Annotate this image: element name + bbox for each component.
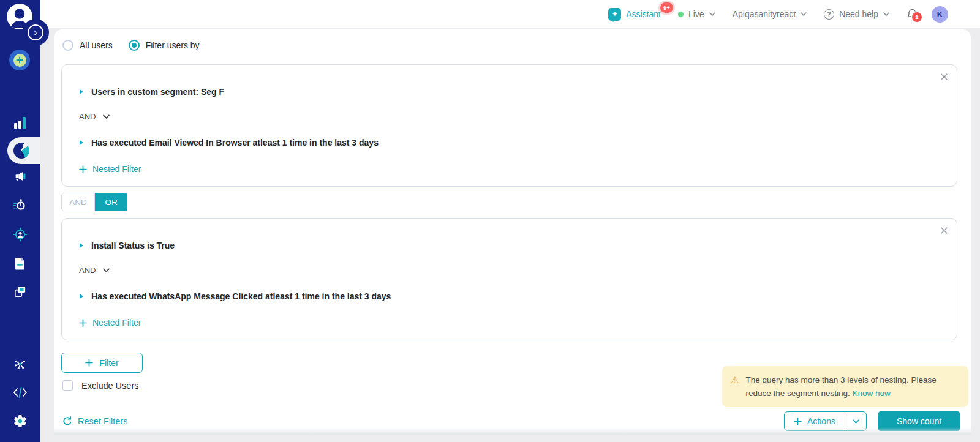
add-filter-button[interactable]: Filter xyxy=(61,353,143,373)
user-avatar[interactable]: K xyxy=(932,6,948,23)
exclude-users-checkbox[interactable] xyxy=(62,380,73,391)
app-screen: Assistant 9+ Live Apiqasanityreact Need … xyxy=(0,0,980,442)
plus-icon xyxy=(13,54,26,67)
filter-users-by-label: Filter users by xyxy=(146,40,200,50)
filter-condition-row[interactable]: Has executed WhatsApp Message Clicked at… xyxy=(79,291,391,301)
filter-condition-row[interactable]: Has executed Email Viewed In Browser atl… xyxy=(79,138,379,148)
actions-label: Actions xyxy=(807,416,835,426)
user-scope-radio-group: All users Filter users by xyxy=(62,40,200,51)
environment-label: Live xyxy=(688,9,704,19)
document-icon xyxy=(14,257,26,271)
radio-unselected-icon xyxy=(62,40,74,51)
assistant-count-badge: 9+ xyxy=(660,2,673,13)
show-count-button[interactable]: Show count xyxy=(878,411,960,431)
warning-icon xyxy=(731,373,739,400)
operator-dropdown[interactable]: AND xyxy=(79,266,110,275)
chevron-down-icon xyxy=(103,268,110,272)
filter-condition-row[interactable]: Users in custom segment: Seg F xyxy=(79,87,224,97)
chevron-down-icon xyxy=(853,419,859,424)
nested-filter-label: Nested Filter xyxy=(92,318,141,328)
filter-users-by-radio[interactable]: Filter users by xyxy=(129,40,200,51)
sidebar-item-journeys[interactable] xyxy=(13,198,27,212)
notification-count-badge: 1 xyxy=(911,11,923,23)
sidebar-item-audience[interactable] xyxy=(13,227,28,242)
code-icon xyxy=(13,387,28,398)
assistant-label: Assistant xyxy=(626,9,661,19)
reset-filters-label: Reset Filters xyxy=(78,416,127,426)
expand-sidebar-button[interactable] xyxy=(28,24,43,40)
connector-and-option[interactable]: AND xyxy=(61,193,95,211)
caret-right-icon xyxy=(79,89,84,95)
sidebar-item-settings[interactable] xyxy=(13,414,28,429)
need-help-menu[interactable]: Need help xyxy=(824,9,889,20)
caret-right-icon xyxy=(79,140,84,146)
caret-right-icon xyxy=(79,293,84,299)
live-status-dot xyxy=(678,12,684,17)
operator-value: AND xyxy=(79,112,96,121)
sidebar-item-templates[interactable] xyxy=(13,285,27,299)
nesting-warning-toast: The query has more than 3 levels of nest… xyxy=(722,366,968,407)
plus-icon xyxy=(85,359,93,367)
radio-selected-icon xyxy=(129,40,140,51)
condition-text: Has executed WhatsApp Message Clicked at… xyxy=(91,291,391,301)
hub-icon xyxy=(13,358,27,371)
sidebar-item-analytics[interactable] xyxy=(14,116,26,129)
sidebar-item-developer-api[interactable] xyxy=(13,387,28,398)
workspace-label: Apiqasanityreact xyxy=(733,9,796,19)
add-nested-filter-link[interactable]: Nested Filter xyxy=(79,164,141,174)
workspace-selector[interactable]: Apiqasanityreact xyxy=(733,9,807,19)
chevron-down-icon xyxy=(709,12,715,16)
all-users-radio[interactable]: All users xyxy=(62,40,113,51)
environment-selector[interactable]: Live xyxy=(678,9,715,19)
close-icon[interactable] xyxy=(939,225,949,238)
know-how-link[interactable]: Know how xyxy=(853,389,891,398)
nested-filter-label: Nested Filter xyxy=(92,164,141,174)
sidebar-nav xyxy=(0,0,40,442)
gear-icon xyxy=(13,414,28,429)
chevron-down-icon xyxy=(883,12,889,16)
stopwatch-icon xyxy=(13,198,27,212)
group-connector-toggle: AND OR xyxy=(61,193,127,211)
plus-icon xyxy=(794,418,802,425)
toast-message: The query has more than 3 levels of nest… xyxy=(745,373,960,400)
condition-text: Install Status is True xyxy=(91,241,175,250)
exclude-users-option: Exclude Users xyxy=(62,380,138,391)
sidebar-item-content[interactable] xyxy=(14,257,26,271)
connector-or-option[interactable]: OR xyxy=(95,193,127,211)
notifications-button[interactable]: 1 xyxy=(907,8,918,21)
sidebar-item-campaigns[interactable] xyxy=(13,170,27,183)
actions-dropdown-button[interactable] xyxy=(845,412,866,430)
need-help-label: Need help xyxy=(839,9,878,19)
main-panel: All users Filter users by Users in custo… xyxy=(54,29,971,435)
actions-button[interactable]: Actions xyxy=(785,412,845,430)
condition-text: Has executed Email Viewed In Browser atl… xyxy=(91,138,379,148)
filter-group-1: Users in custom segment: Seg F AND Has e… xyxy=(61,64,957,187)
layers-icon xyxy=(13,285,27,299)
caret-right-icon xyxy=(79,242,84,249)
add-nested-filter-link[interactable]: Nested Filter xyxy=(79,318,141,328)
assistant-icon xyxy=(608,8,621,21)
create-new-button[interactable] xyxy=(9,50,30,70)
condition-text: Users in custom segment: Seg F xyxy=(91,87,224,97)
operator-dropdown[interactable]: AND xyxy=(79,112,110,121)
reset-filters-link[interactable]: Reset Filters xyxy=(62,416,127,426)
sidebar-item-segments[interactable] xyxy=(13,143,29,159)
close-icon[interactable] xyxy=(939,71,949,84)
plus-icon xyxy=(79,319,87,327)
megaphone-icon xyxy=(13,170,27,183)
sidebar-item-connectors[interactable] xyxy=(13,358,27,371)
sidebar-item-dashboard[interactable] xyxy=(14,86,26,98)
filter-condition-row[interactable]: Install Status is True xyxy=(79,241,175,250)
operator-value: AND xyxy=(79,266,96,275)
plus-icon xyxy=(79,165,87,173)
actions-split-button: Actions xyxy=(784,411,867,431)
chevron-down-icon xyxy=(103,114,110,119)
chevron-down-icon xyxy=(801,12,807,16)
question-mark-icon xyxy=(824,9,834,20)
refresh-icon xyxy=(62,416,72,426)
all-users-label: All users xyxy=(80,40,113,50)
assistant-button[interactable]: Assistant 9+ xyxy=(608,8,661,21)
top-header: Assistant 9+ Live Apiqasanityreact Need … xyxy=(40,0,980,28)
filter-group-2: Install Status is True AND Has executed … xyxy=(61,218,957,340)
user-target-icon xyxy=(13,227,28,242)
